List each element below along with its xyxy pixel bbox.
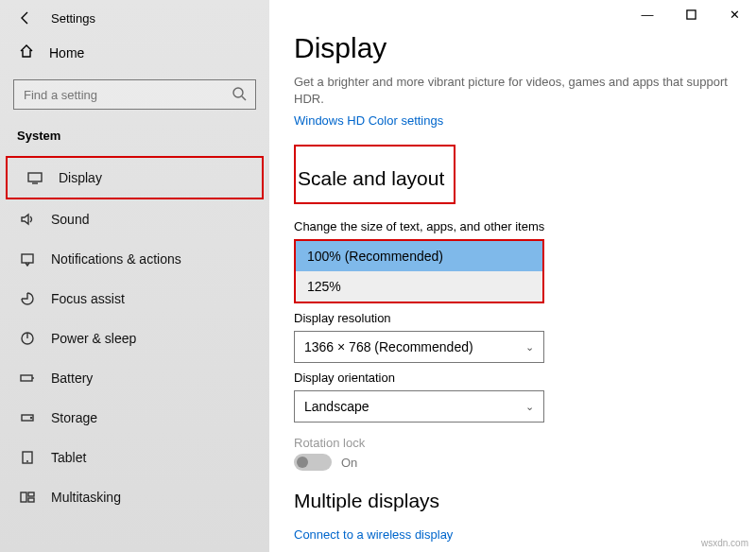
wireless-display-link[interactable]: Connect to a wireless display — [294, 527, 731, 542]
search-input[interactable] — [13, 79, 256, 110]
multiple-displays-heading: Multiple displays — [294, 490, 439, 512]
sidebar: Settings Home System Display Sound Notif… — [0, 0, 269, 552]
svg-rect-11 — [686, 9, 695, 18]
hdr-link[interactable]: Windows HD Color settings — [294, 113, 731, 128]
sidebar-item-sound[interactable]: Sound — [0, 199, 269, 239]
back-button[interactable] — [17, 9, 34, 26]
toggle-knob — [297, 457, 308, 468]
home-icon — [19, 43, 34, 62]
rotation-label: Rotation lock — [294, 436, 731, 450]
sidebar-item-multitasking[interactable]: Multitasking — [0, 477, 269, 517]
nav-label: Tablet — [51, 450, 86, 465]
sidebar-item-tablet[interactable]: Tablet — [0, 438, 269, 477]
svg-point-6 — [31, 418, 32, 419]
maximize-button[interactable] — [669, 0, 713, 28]
nav-label: Multitasking — [51, 490, 121, 505]
sidebar-home[interactable]: Home — [0, 32, 269, 74]
chevron-down-icon: ⌄ — [525, 341, 534, 354]
page-title: Display — [294, 32, 731, 64]
scale-label: Change the size of text, apps, and other… — [294, 219, 731, 233]
svg-rect-1 — [28, 173, 42, 181]
svg-rect-8 — [21, 492, 26, 502]
battery-icon — [19, 370, 36, 387]
svg-point-0 — [233, 88, 243, 97]
toggle-state: On — [341, 456, 357, 470]
watermark: wsxdn.com — [701, 538, 748, 548]
chevron-down-icon: ⌄ — [525, 401, 534, 413]
sidebar-item-storage[interactable]: Storage — [0, 398, 269, 438]
storage-icon — [19, 409, 36, 426]
scale-heading: Scale and layout — [298, 167, 444, 190]
svg-rect-10 — [28, 498, 34, 502]
hdr-description: Get a brighter and more vibrant picture … — [294, 74, 731, 108]
close-button[interactable]: ✕ — [713, 0, 756, 28]
svg-rect-2 — [22, 254, 33, 263]
window-title: Settings — [51, 11, 95, 26]
sidebar-item-display[interactable]: Display — [6, 156, 264, 199]
focus-icon — [19, 290, 36, 307]
minimize-button[interactable]: — — [626, 0, 669, 28]
nav-label: Sound — [51, 212, 89, 227]
search-box[interactable] — [13, 79, 256, 110]
orientation-label: Display orientation — [294, 371, 731, 385]
sound-icon — [19, 211, 36, 228]
toggle-track — [294, 454, 332, 471]
power-icon — [19, 330, 36, 347]
orientation-value: Landscape — [304, 399, 369, 414]
nav-label: Battery — [51, 371, 93, 386]
tablet-icon — [19, 449, 36, 466]
scale-heading-highlight: Scale and layout — [294, 145, 455, 204]
sidebar-item-power[interactable]: Power & sleep — [0, 319, 269, 358]
section-label: System — [0, 119, 269, 156]
sidebar-item-focus[interactable]: Focus assist — [0, 279, 269, 319]
sidebar-item-notifications[interactable]: Notifications & actions — [0, 239, 269, 279]
svg-rect-9 — [28, 492, 34, 496]
scale-option-100[interactable]: 100% (Recommended) — [296, 241, 542, 271]
multitasking-icon — [19, 489, 36, 506]
orientation-dropdown[interactable]: Landscape ⌄ — [294, 390, 544, 423]
resolution-label: Display resolution — [294, 311, 731, 325]
sidebar-item-battery[interactable]: Battery — [0, 358, 269, 398]
scale-dropdown-open[interactable]: 100% (Recommended) 125% — [294, 239, 544, 303]
nav-label: Focus assist — [51, 291, 125, 306]
resolution-value: 1366 × 768 (Recommended) — [304, 339, 473, 354]
main-content: — ✕ Display Get a brighter and more vibr… — [269, 0, 756, 552]
display-icon — [26, 169, 43, 186]
scale-option-125[interactable]: 125% — [296, 271, 542, 302]
nav-label: Notifications & actions — [51, 251, 181, 267]
nav-label: Storage — [51, 410, 97, 425]
notifications-icon — [19, 250, 36, 267]
svg-rect-4 — [21, 375, 32, 381]
home-label: Home — [49, 45, 84, 60]
resolution-dropdown[interactable]: 1366 × 768 (Recommended) ⌄ — [294, 331, 544, 363]
rotation-toggle: On — [294, 454, 731, 471]
nav-label: Power & sleep — [51, 331, 136, 346]
search-icon — [232, 86, 247, 105]
nav-label: Display — [59, 170, 102, 185]
